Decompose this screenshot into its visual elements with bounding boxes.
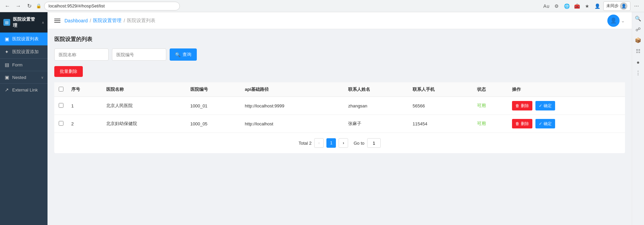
- profile-icon[interactable]: 👤: [593, 2, 601, 10]
- sidebar-item-hospital-list[interactable]: ▣ 医院设置列表: [0, 33, 48, 45]
- sidebar-item-form[interactable]: ▤ Form: [0, 59, 48, 71]
- user-avatar: 👤: [620, 2, 627, 10]
- hamburger-button[interactable]: [54, 19, 60, 23]
- translate-icon[interactable]: Aᴜ: [542, 2, 550, 10]
- breadcrumb-hospital-mgmt[interactable]: 医院设置管理: [93, 18, 121, 24]
- sidebar-arrow: ∧: [42, 21, 44, 24]
- url-bar[interactable]: [44, 2, 180, 11]
- header-contact: 联系人姓名: [345, 82, 409, 97]
- batch-delete-button[interactable]: 批量删除: [54, 66, 83, 77]
- right-panel-btn-6[interactable]: ⋮: [633, 68, 643, 78]
- sync-button[interactable]: 未同步 👤: [603, 1, 630, 11]
- settings-icon[interactable]: ⚙: [552, 2, 561, 10]
- sidebar: ▤ 医院设置管理 ∧ ▣ 医院设置列表 ✦ 医院设置添加 ▤ Form ▣ Ne…: [0, 12, 48, 225]
- table-header-row: 序号 医院名称 医院编号 api基础路径 联系人姓名 联系人手机 状态 操作: [54, 82, 625, 97]
- right-panel-btn-5[interactable]: ●: [633, 57, 643, 67]
- goto-label: Go to: [354, 141, 364, 146]
- prev-page-button[interactable]: ‹: [314, 138, 324, 148]
- user-avatar-button[interactable]: 👤: [607, 15, 620, 27]
- delete-icon-0: 🗑: [515, 103, 519, 108]
- row-status-1: 可用: [474, 115, 509, 133]
- row-checkbox-1[interactable]: [59, 121, 63, 126]
- breadcrumb-sep-2: /: [124, 18, 125, 23]
- table-body: 1 北京人民医院 1000_01 http://localhost:9999 z…: [54, 97, 625, 133]
- row-checkbox-cell: [54, 97, 68, 115]
- sidebar-header-icon: ▤: [3, 19, 10, 26]
- sidebar-header[interactable]: ▤ 医院设置管理 ∧: [0, 12, 48, 33]
- table-header: 序号 医院名称 医院编号 api基础路径 联系人姓名 联系人手机 状态 操作: [54, 82, 625, 97]
- table-container: 序号 医院名称 医院编号 api基础路径 联系人姓名 联系人手机 状态 操作: [54, 82, 625, 153]
- row-api-0: http://localhost:9999: [242, 97, 345, 115]
- row-code-1: 1000_05: [187, 115, 242, 133]
- sidebar-section-nested: ▣ Nested ∨: [0, 71, 48, 83]
- pagination: Total 2 ‹ 1 › Go to: [54, 133, 625, 153]
- confirm-button-1[interactable]: ✓ 确定: [535, 119, 555, 128]
- right-panel-btn-4[interactable]: ☷: [633, 46, 643, 56]
- delete-button-0[interactable]: 🗑 删除: [512, 101, 532, 110]
- sidebar-item-nested[interactable]: ▣ Nested ∨: [0, 71, 48, 83]
- confirm-button-0[interactable]: ✓ 确定: [535, 101, 555, 110]
- row-index-1: 2: [68, 115, 103, 133]
- sidebar-item-external-link[interactable]: ↗ External Link: [0, 84, 48, 96]
- search-button[interactable]: 🔍 查询: [170, 48, 197, 61]
- form-icon: ▤: [4, 62, 10, 67]
- total-label: Total 2: [299, 141, 311, 146]
- right-panel-btn-2[interactable]: ☍: [633, 24, 643, 35]
- delete-icon-1: 🗑: [515, 121, 519, 126]
- header-status: 状态: [474, 82, 509, 97]
- confirm-icon-0: ✓: [539, 103, 542, 108]
- page-content: 医院设置的列表 🔍 查询 批量删除: [48, 29, 632, 225]
- sidebar-item-label-hospital-list: 医院设置列表: [12, 36, 39, 42]
- row-api-1: http://localhost: [242, 115, 345, 133]
- browser-bar: ← → ↻ 🔒 Aᴜ ⚙ 🌐 🧰 ★ 👤 未同步 👤 ⋯: [0, 0, 644, 12]
- right-panel-btn-1[interactable]: 🔍: [633, 14, 643, 24]
- delete-button-1[interactable]: 🗑 删除: [512, 119, 532, 128]
- breadcrumb-dashboard[interactable]: Dashboard: [64, 18, 88, 23]
- header-api: api基础路径: [242, 82, 345, 97]
- breadcrumb-current: 医院设置列表: [127, 18, 155, 24]
- breadcrumb-sep-1: /: [90, 18, 91, 23]
- page-1-button[interactable]: 1: [326, 138, 336, 148]
- row-index-0: 1: [68, 97, 103, 115]
- search-bar: 🔍 查询: [54, 48, 625, 61]
- row-contact-0: zhangsan: [345, 97, 409, 115]
- select-all-checkbox[interactable]: [59, 87, 63, 91]
- extension-icon[interactable]: 🧰: [573, 2, 581, 10]
- refresh-button[interactable]: ↻: [25, 2, 33, 10]
- row-status-0: 可用: [474, 97, 509, 115]
- header-code: 医院编号: [187, 82, 242, 97]
- row-actions-1: 🗑 删除 ✓ 确定: [509, 115, 625, 133]
- nested-icon: ▣: [4, 75, 10, 80]
- goto-input[interactable]: [367, 138, 381, 148]
- search-icon: 🔍: [175, 52, 181, 57]
- forward-button[interactable]: →: [14, 2, 22, 10]
- row-code-0: 1000_01: [187, 97, 242, 115]
- sidebar-item-label-form: Form: [12, 62, 22, 67]
- hospital-code-input[interactable]: [112, 48, 166, 61]
- sync-label: 未同步: [606, 3, 619, 9]
- row-checkbox-0[interactable]: [59, 103, 63, 108]
- sidebar-item-nested-left: ▣ Nested: [4, 75, 26, 80]
- favorites-icon[interactable]: ★: [583, 2, 591, 10]
- external-link-icon: ↗: [4, 87, 10, 93]
- hospital-name-input[interactable]: [54, 48, 109, 61]
- breadcrumb: Dashboard / 医院设置管理 / 医院设置列表: [64, 18, 155, 24]
- row-contact-1: 张麻子: [345, 115, 409, 133]
- globe-icon[interactable]: 🌐: [563, 2, 571, 10]
- sidebar-item-hospital-add[interactable]: ✦ 医院设置添加: [0, 45, 48, 58]
- browser-actions: Aᴜ ⚙ 🌐 🧰 ★ 👤 未同步 👤 ⋯: [542, 1, 641, 11]
- next-page-button[interactable]: ›: [339, 138, 348, 148]
- header-checkbox-cell: [54, 82, 68, 97]
- hospital-add-icon: ✦: [4, 49, 10, 55]
- back-button[interactable]: ←: [3, 2, 12, 10]
- top-bar: Dashboard / 医院设置管理 / 医院设置列表 👤 ⌄: [48, 12, 632, 29]
- sidebar-title: 医院设置管理: [13, 16, 39, 28]
- app-layout: ▤ 医院设置管理 ∧ ▣ 医院设置列表 ✦ 医院设置添加 ▤ Form ▣ Ne…: [0, 12, 644, 225]
- row-phone-0: 56566: [409, 97, 474, 115]
- page-title: 医院设置的列表: [54, 36, 625, 43]
- right-panel-btn-3[interactable]: 📦: [633, 35, 643, 45]
- header-phone: 联系人手机: [409, 82, 474, 97]
- browser-menu-icon[interactable]: ⋯: [632, 2, 641, 10]
- nested-arrow: ∨: [41, 76, 43, 79]
- expand-icon[interactable]: ⌄: [621, 18, 625, 23]
